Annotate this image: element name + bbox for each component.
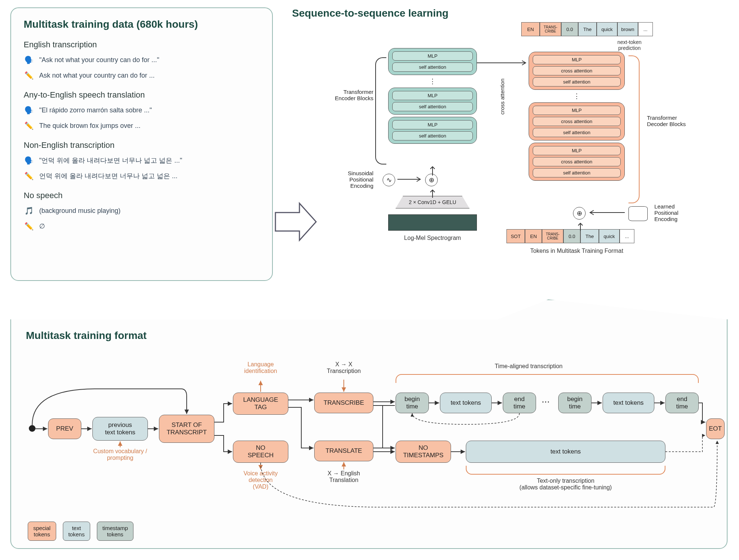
encoder-block-mid: MLP self attention: [388, 88, 477, 115]
token-brown: brown: [617, 22, 638, 36]
speaker-icon: 🗣️: [24, 55, 34, 65]
decoder-mlp-2: MLP: [533, 106, 621, 115]
up-arrow-icon: [429, 189, 436, 198]
no-speech-token: NO SPEECH: [233, 441, 288, 463]
legend: special tokens text tokens timestamp tok…: [28, 522, 133, 541]
encoder-block-top: MLP self attention: [388, 48, 477, 75]
english-transcription-heading: English transcription: [24, 40, 260, 50]
time-aligned-label: Time-aligned transcription: [455, 363, 603, 370]
token-the-2: The: [580, 229, 599, 243]
no-timestamps-token: NO TIMESTAMPS: [396, 441, 451, 463]
decoder-block-top: MLP cross attention self attention: [529, 52, 625, 90]
encoder-mlp: MLP: [392, 51, 473, 61]
seq2seq-diagram: EN TRANS- CRIBE 0.0 The quick brown ... …: [292, 22, 728, 281]
translation-heading: Any-to-English speech translation: [24, 90, 260, 100]
encoder-mlp-3: MLP: [392, 120, 473, 129]
right-arrow-icon: [397, 176, 423, 183]
up-arrow-icon: [577, 222, 584, 231]
brace-decoder-icon: [628, 55, 640, 203]
token-ts-2: 0.0: [563, 229, 580, 243]
transcribe-token: TRANSCRIBE: [314, 393, 373, 413]
pencil-icon: ✏️: [24, 221, 34, 231]
begin-time-token: begin time: [396, 393, 429, 413]
token-ellipsis: ...: [638, 22, 653, 36]
language-tag-token: LANGUAGE TAG: [233, 393, 288, 415]
training-data-title: Multitask training data (680k hours): [24, 18, 260, 30]
translate-text-example: ✏️ The quick brown fox jumps over ...: [24, 121, 260, 131]
text-tokens-box-2: text tokens: [603, 393, 654, 413]
token-transcribe-2: TRANS- CRIBE: [542, 229, 563, 243]
token-en-2: EN: [525, 229, 542, 243]
decoder-label: Transformer Decoder Blocks: [647, 115, 710, 127]
training-format-panel: Multitask training format PREV previous …: [10, 299, 728, 549]
vdots-icon: ⋮: [529, 92, 625, 100]
cross-attention-label: cross attention: [499, 78, 505, 115]
prev-token: PREV: [48, 418, 81, 439]
no-speech-heading: No speech: [24, 191, 260, 200]
conv-block-label: 2 × Conv1D + GELU: [409, 199, 456, 205]
nonen-audio-text: "언덕 위에 올라 내려다보면 너무나 넓고 넓은 ...": [39, 156, 182, 165]
custom-prompting-label: Custom vocabulary / prompting: [81, 448, 159, 461]
encoder-self-attn: self attention: [392, 62, 473, 72]
hdots-icon: ⋯: [542, 397, 550, 407]
sin-pe-label: Sinusoidal Positional Encoding: [307, 170, 373, 189]
format-title: Multitask training format: [26, 330, 147, 342]
nospeech-text-example: ✏️ ∅: [24, 221, 260, 231]
decoder-cross-attn-2: cross attention: [533, 117, 621, 126]
nonen-text-example: ✏️ 언덕 위에 올라 내려다보면 너무나 넓고 넓은 ...: [24, 171, 260, 181]
learned-pe-label: Learned Positional Encoding: [654, 203, 713, 222]
decoder-mlp-3: MLP: [533, 146, 621, 155]
nospeech-text-value: ∅: [39, 222, 45, 230]
inputs-label: Tokens in Multitask Training Format: [506, 248, 647, 254]
brace-time-aligned-icon: [396, 374, 699, 383]
encoder-self-attn-3: self attention: [392, 131, 473, 140]
legend-ts: timestamp tokens: [97, 522, 133, 541]
sine-wave-icon: ∿: [383, 174, 395, 186]
encoder-stack: MLP self attention ⋮ MLP self attention …: [388, 48, 477, 144]
decoder-self-attn-2: self attention: [533, 128, 621, 137]
input-tokens-row: SOT EN TRANS- CRIBE 0.0 The quick ...: [506, 229, 634, 243]
en-audio-text: "Ask not what your country can do for ..…: [39, 56, 159, 64]
music-icon: 🎵: [24, 206, 34, 216]
translate-token: TRANSLATE: [314, 441, 373, 461]
conv-block: 2 × Conv1D + GELU: [396, 196, 469, 208]
begin-time-token-2: begin time: [558, 393, 591, 413]
x2en-label: X → English Translation: [314, 470, 373, 483]
pencil-icon: ✏️: [24, 171, 34, 181]
right-arrow-icon: [477, 59, 529, 67]
pencil-icon: ✏️: [24, 121, 34, 131]
en-text-value: Ask not what your country can do for ...: [39, 72, 155, 79]
decoder-cross-attn: cross attention: [533, 66, 621, 75]
legend-text: text tokens: [63, 522, 90, 541]
seq2seq-title: Sequence-to-sequence learning: [292, 7, 448, 19]
en-text-example: ✏️ Ask not what your country can do for …: [24, 70, 260, 81]
decoder-stack: MLP cross attention self attention ⋮ MLP…: [529, 52, 625, 181]
cylinder-icon: [628, 206, 648, 221]
token-quick-2: quick: [599, 229, 620, 243]
token-sot: SOT: [506, 229, 525, 243]
encoder-mlp-2: MLP: [392, 91, 473, 100]
token-transcribe: TRANS- CRIBE: [540, 22, 561, 36]
speaker-icon: 🗣️: [24, 155, 34, 166]
en-audio-example: 🗣️ "Ask not what your country can do for…: [24, 55, 260, 65]
nospeech-audio-text: (background music playing): [39, 207, 121, 215]
nonen-text-value: 언덕 위에 올라 내려다보면 너무나 넓고 넓은 ...: [39, 172, 177, 180]
nonen-audio-example: 🗣️ "언덕 위에 올라 내려다보면 너무나 넓고 넓은 ...": [24, 155, 260, 166]
encoder-self-attn-2: self attention: [392, 102, 473, 111]
translate-text-value: The quick brown fox jumps over ...: [39, 122, 140, 130]
logmel-label: Log-Mel Spectrogram: [388, 235, 477, 241]
token-quick: quick: [597, 22, 617, 36]
pencil-icon: ✏️: [24, 70, 34, 81]
up-arrow-icon: [429, 164, 436, 176]
token-en: EN: [521, 22, 540, 36]
brace-encoder-icon: [375, 57, 386, 164]
add-icon: ⊕: [425, 174, 438, 186]
decoder-cross-attn-3: cross attention: [533, 157, 621, 166]
x2x-label: X → X Transcription: [314, 361, 373, 374]
prev-text-tokens: previous text tokens: [92, 417, 148, 441]
translate-audio-text: "El rápido zorro marrón salta sobre ...": [39, 106, 152, 114]
vad-label: Voice activity detection (VAD): [229, 470, 292, 490]
encoder-label: Transformer Encoder Blocks: [307, 89, 373, 101]
translate-audio-example: 🗣️ "El rápido zorro marrón salta sobre .…: [24, 105, 260, 115]
end-time-token: end time: [503, 393, 536, 413]
